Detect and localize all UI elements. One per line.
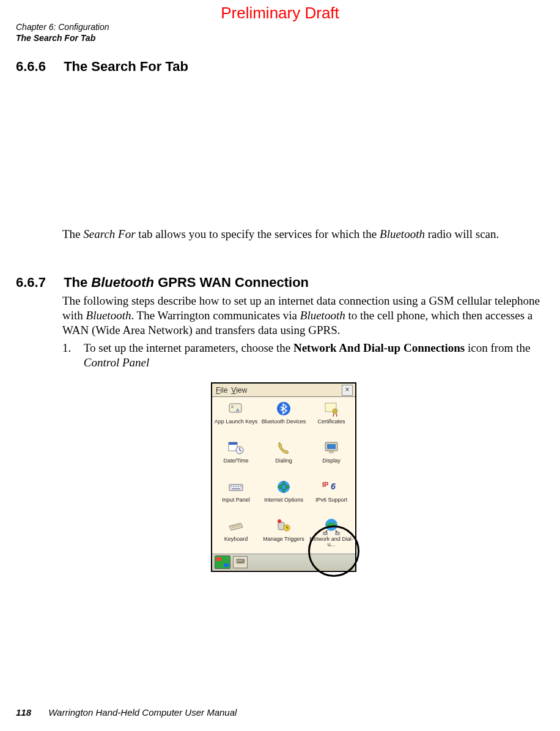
- heading-title: The Search For Tab: [64, 59, 188, 74]
- ordered-step-1: 1. To set up the internet parameters, ch…: [62, 341, 544, 370]
- cp-item-label: Certificates: [317, 419, 345, 425]
- page: Preliminary Draft Chapter 6: Configurati…: [0, 0, 560, 731]
- heading-number: 6.6.6: [16, 59, 60, 75]
- svg-rect-15: [235, 486, 237, 487]
- cp-item-label: IPv6 Support: [315, 497, 347, 503]
- phone-icon: [274, 439, 293, 457]
- cp-item-certificates[interactable]: Certificates: [308, 398, 355, 437]
- svg-rect-14: [233, 486, 234, 487]
- svg-rect-16: [238, 486, 239, 487]
- keyboard-icon: [227, 517, 245, 535]
- cp-item-label: Dialing: [275, 458, 292, 464]
- cp-item-label: Internet Options: [264, 497, 303, 503]
- cp-item-label: Input Panel: [222, 497, 250, 503]
- cp-item-label: Network and Dial-u...: [308, 536, 355, 548]
- svg-point-23: [278, 519, 281, 523]
- cp-item-network-dialup[interactable]: Network and Dial-u...: [308, 516, 355, 555]
- menubar: File View ×: [212, 384, 355, 397]
- cp-item-input-panel[interactable]: Input Panel: [212, 477, 260, 516]
- heading-6-6-6: 6.6.6 The Search For Tab: [16, 59, 188, 75]
- cp-item-internet-options[interactable]: Internet Options: [260, 477, 308, 516]
- cp-item-label: Date/Time: [223, 458, 248, 464]
- svg-rect-18: [232, 488, 240, 489]
- monitor-icon: [322, 439, 341, 457]
- taskbar-sip-button[interactable]: ⌨: [233, 556, 248, 568]
- network-globe-icon: [322, 517, 341, 535]
- page-footer: 118 Warrington Hand-Held Computer User M…: [16, 707, 237, 718]
- bluetooth-icon: [274, 399, 293, 418]
- watermark-text: Preliminary Draft: [0, 4, 560, 23]
- cp-item-label: App Launch Keys: [215, 419, 258, 425]
- control-panel-grid: A App Launch Keys Bluetooth Devices Cert…: [212, 397, 355, 554]
- ipv6-icon: IP6: [322, 478, 341, 496]
- footer-title: Warrington Hand-Held Computer User Manua…: [48, 707, 237, 718]
- menu-view[interactable]: View: [231, 386, 247, 395]
- step-number: 1.: [62, 341, 81, 355]
- heading-number: 6.6.7: [16, 275, 60, 291]
- page-number: 118: [16, 707, 31, 718]
- svg-rect-12: [229, 484, 243, 491]
- menu-file[interactable]: File: [216, 386, 227, 395]
- control-panel-window: File View × A App Launch Keys Bluetooth …: [211, 382, 356, 572]
- svg-rect-22: [278, 522, 284, 530]
- svg-point-5: [333, 409, 337, 414]
- cp-item-bluetooth-devices[interactable]: Bluetooth Devices: [260, 398, 308, 437]
- svg-rect-11: [329, 451, 334, 453]
- svg-rect-10: [327, 444, 336, 449]
- close-button[interactable]: ×: [342, 385, 353, 396]
- svg-rect-17: [240, 486, 241, 487]
- cp-item-manage-triggers[interactable]: Manage Triggers: [260, 516, 308, 555]
- cp-item-ipv6-support[interactable]: IP6 IPv6 Support: [308, 477, 355, 516]
- svg-text:6: 6: [331, 481, 336, 491]
- cp-item-label: Keyboard: [224, 536, 248, 542]
- step-text: To set up the internet parameters, choos…: [84, 341, 542, 370]
- cp-item-date-time[interactable]: Date/Time: [212, 437, 260, 477]
- keyboard-icon: [227, 478, 245, 496]
- running-header: Chapter 6: Configuration The Search For …: [16, 22, 109, 43]
- svg-rect-13: [230, 486, 232, 487]
- start-button[interactable]: [215, 555, 230, 569]
- cp-item-label: Bluetooth Devices: [262, 419, 306, 425]
- svg-rect-7: [229, 442, 237, 445]
- paragraph-bt-gprs: The following steps describe how to set …: [62, 294, 544, 337]
- cp-item-label: Manage Triggers: [263, 536, 304, 542]
- paragraph-search-for: The Search For tab allows you to specify…: [62, 227, 544, 242]
- svg-rect-26: [323, 532, 327, 535]
- globe-icon: [274, 478, 293, 496]
- cp-item-app-launch-keys[interactable]: A App Launch Keys: [212, 398, 260, 437]
- svg-rect-27: [336, 532, 339, 535]
- cp-item-keyboard[interactable]: Keyboard: [212, 516, 260, 555]
- cp-item-dialing[interactable]: Dialing: [260, 437, 308, 477]
- keyboard-key-icon: A: [227, 399, 245, 418]
- running-header-chapter: Chapter 6: Configuration: [16, 22, 109, 33]
- heading-6-6-7: 6.6.7 The Bluetooth GPRS WAN Connection: [16, 275, 309, 291]
- cp-item-display[interactable]: Display: [308, 437, 355, 477]
- running-header-section: The Search For Tab: [16, 33, 109, 44]
- svg-text:IP: IP: [322, 481, 328, 488]
- taskbar: ⌨: [212, 554, 355, 570]
- cp-item-label: Display: [322, 458, 341, 464]
- heading-title: The Bluetooth GPRS WAN Connection: [64, 275, 309, 290]
- svg-text:A: A: [236, 407, 240, 413]
- trigger-icon: [274, 517, 293, 535]
- certificate-icon: [322, 399, 341, 418]
- svg-rect-1: [231, 406, 234, 408]
- calendar-clock-icon: [227, 439, 245, 457]
